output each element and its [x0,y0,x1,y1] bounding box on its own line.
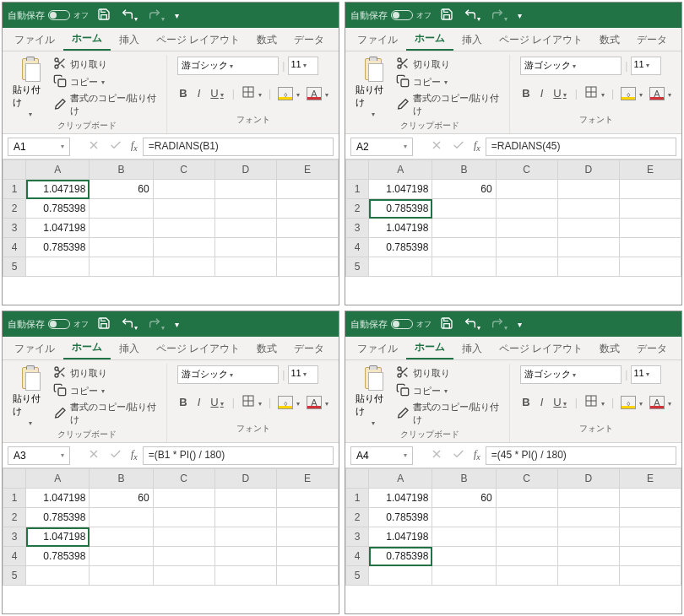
cell-D2[interactable] [214,508,276,527]
row-header-2[interactable]: 2 [346,199,369,219]
tab-データ[interactable]: データ [285,30,333,51]
cell-D3[interactable] [557,219,619,238]
col-header-E[interactable]: E [276,469,338,489]
autosave-toggle[interactable]: 自動保存オフ [350,9,432,22]
bold-button[interactable]: B [520,396,531,408]
italic-button[interactable]: I [539,87,546,100]
cell-D1[interactable] [214,489,276,508]
name-box[interactable]: A4▾ [350,446,413,465]
cell-E4[interactable] [276,547,338,566]
cell-A5[interactable] [369,257,432,277]
font-color-button[interactable]: A [649,396,671,409]
cell-B4[interactable] [90,547,153,566]
cell-A4[interactable]: 0.785398 [369,238,432,257]
cell-B5[interactable] [432,257,496,277]
font-color-button[interactable]: A [307,396,328,409]
cell-D2[interactable] [557,508,619,527]
sheet-grid[interactable]: ABCDE11.0471986020.78539831.04719840.785… [3,468,339,613]
redo-icon[interactable]: ▾ [491,316,508,332]
borders-button[interactable] [584,85,605,101]
borders-button[interactable] [242,85,262,101]
cell-A5[interactable] [26,257,90,277]
font-name-select[interactable]: 游ゴシック [520,57,622,75]
font-color-button[interactable]: A [307,87,328,100]
cell-A1[interactable]: 1.047198 [26,489,90,508]
cell-B2[interactable] [90,199,153,219]
cell-A3[interactable]: 1.047198 [26,527,90,547]
cell-E2[interactable] [619,508,681,527]
cell-D4[interactable] [557,547,619,566]
cell-C3[interactable] [153,219,214,238]
cancel-icon[interactable] [430,138,443,154]
save-icon[interactable] [440,8,453,24]
fx-icon[interactable]: fx [131,448,138,462]
row-header-4[interactable]: 4 [3,238,26,257]
cell-C2[interactable] [153,199,214,219]
fx-icon[interactable]: fx [474,448,480,462]
underline-button[interactable]: U [209,396,225,408]
cancel-icon[interactable] [87,447,100,463]
cell-D3[interactable] [214,527,276,547]
cell-B4[interactable] [432,238,496,257]
cell-B2[interactable] [432,508,496,527]
tab-数式[interactable]: 数式 [248,30,285,51]
cell-D5[interactable] [557,566,619,586]
font-size-select[interactable]: 11 [288,365,318,384]
select-all-corner[interactable] [3,160,26,180]
cell-B1[interactable]: 60 [432,180,496,199]
cell-E4[interactable] [619,238,681,257]
row-header-1[interactable]: 1 [3,180,26,199]
cell-E2[interactable] [276,199,338,219]
autosave-toggle[interactable]: 自動保存オフ [8,318,89,331]
row-header-3[interactable]: 3 [346,527,369,547]
cut-button[interactable]: 切り取り [396,365,504,381]
underline-button[interactable]: U [209,87,225,100]
cell-C4[interactable] [496,238,557,257]
cell-C3[interactable] [496,527,557,547]
col-header-C[interactable]: C [153,160,214,180]
cell-D3[interactable] [214,219,276,238]
cell-B5[interactable] [90,566,153,586]
cell-C5[interactable] [153,566,214,586]
cell-C1[interactable] [496,180,557,199]
borders-button[interactable] [584,394,605,410]
undo-icon[interactable]: ▾ [121,316,138,332]
save-icon[interactable] [440,316,453,332]
tab-ホーム[interactable]: ホーム [63,337,111,359]
cell-E1[interactable] [276,489,338,508]
col-header-C[interactable]: C [153,469,214,489]
tab-挿入[interactable]: 挿入 [453,30,491,51]
cell-D1[interactable] [557,489,619,508]
cell-B3[interactable] [90,527,153,547]
select-all-corner[interactable] [3,469,26,489]
qat-more-icon[interactable]: ▾ [175,11,179,20]
cell-B3[interactable] [90,219,153,238]
sheet-grid[interactable]: ABCDE11.0471986020.78539831.04719840.785… [3,159,339,305]
col-header-D[interactable]: D [214,160,276,180]
font-size-select[interactable]: 11 [631,365,661,384]
row-header-1[interactable]: 1 [3,489,26,508]
row-header-5[interactable]: 5 [346,257,369,277]
row-header-4[interactable]: 4 [3,547,26,566]
cell-A3[interactable]: 1.047198 [26,219,90,238]
cell-A5[interactable] [369,566,432,586]
cell-E1[interactable] [619,489,681,508]
tab-数式[interactable]: 数式 [591,338,628,359]
col-header-D[interactable]: D [214,469,276,489]
cell-C4[interactable] [153,547,214,566]
tab-ファイル[interactable]: ファイル [6,30,63,51]
enter-icon[interactable] [452,138,465,154]
cell-A5[interactable] [26,566,90,586]
select-all-corner[interactable] [346,160,369,180]
tab-データ[interactable]: データ [628,338,676,359]
undo-icon[interactable]: ▾ [464,8,480,24]
cell-B2[interactable] [90,508,153,527]
cell-A1[interactable]: 1.047198 [369,489,432,508]
copy-button[interactable]: コピー▾ [53,74,161,89]
tab-ファイル[interactable]: ファイル [349,30,406,51]
cell-C4[interactable] [153,238,214,257]
save-icon[interactable] [97,8,111,24]
formula-input[interactable]: =(45 * PI() / 180) [486,446,676,465]
tab-挿入[interactable]: 挿入 [111,338,148,359]
cut-button[interactable]: 切り取り [396,57,504,72]
